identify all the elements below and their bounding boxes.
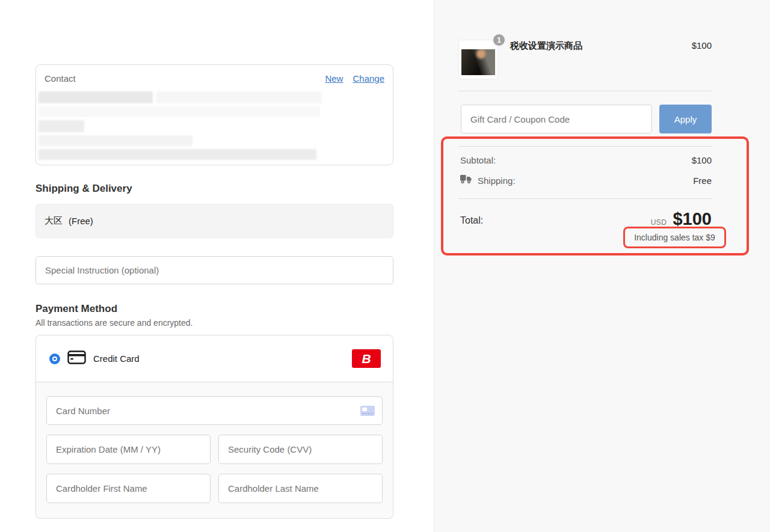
line-item-row: 税收设置演示商品 $100 — [510, 40, 712, 52]
payment-method-heading: Payment Method — [35, 303, 117, 315]
contact-new-link[interactable]: New — [325, 73, 343, 84]
payment-brand-logo: B — [352, 349, 381, 368]
summary-divider-top — [458, 91, 712, 91]
product-image — [461, 49, 495, 75]
total-currency: USD — [651, 218, 667, 227]
subtotal-row: Subtotal: $100 — [460, 155, 712, 165]
shipping-option-selected: 大区 (Free) — [35, 204, 393, 238]
contact-links: New Change — [325, 73, 384, 84]
shipping-label: Shipping: — [478, 176, 516, 186]
contact-label: Contact — [45, 73, 76, 84]
order-summary-panel — [434, 0, 770, 532]
shipping-delivery-heading: Shipping & Delivery — [35, 183, 132, 195]
special-instruction-input[interactable] — [35, 256, 393, 284]
credit-card-option-row: Credit Card B — [36, 335, 393, 382]
contact-change-link[interactable]: Change — [353, 73, 384, 84]
checkout-page: Contact New Change Shipping & Delivery 大… — [0, 0, 770, 532]
truck-icon — [460, 175, 472, 186]
shipping-option-price: (Free) — [69, 216, 93, 226]
card-number-field-icon — [360, 406, 375, 416]
coupon-code-input[interactable] — [461, 105, 652, 133]
apply-coupon-button[interactable]: Apply — [659, 105, 712, 133]
cardholder-first-name-input[interactable] — [46, 474, 211, 503]
credit-card-icon — [67, 350, 86, 367]
shipping-option-name: 大区 — [45, 215, 63, 227]
payment-method-subheading: All transactions are secure and encrypte… — [35, 318, 192, 328]
shipping-value: Free — [693, 176, 712, 186]
redacted-contact-info — [38, 91, 384, 163]
subtotal-label: Subtotal: — [460, 155, 496, 165]
cardholder-last-name-input[interactable] — [218, 474, 383, 503]
subtotal-value: $100 — [692, 155, 712, 165]
product-price: $100 — [692, 40, 712, 52]
total-amount-group: USD $100 — [460, 209, 712, 229]
shipping-row: Shipping: Free — [460, 175, 712, 186]
contact-header: Contact New Change — [45, 73, 384, 84]
product-thumbnail — [458, 40, 498, 79]
expiration-date-input[interactable] — [46, 435, 211, 464]
card-number-input[interactable] — [46, 396, 383, 425]
summary-divider-1 — [458, 146, 712, 147]
credit-card-label: Credit Card — [93, 353, 140, 364]
product-name: 税收设置演示商品 — [510, 40, 582, 52]
security-code-input[interactable] — [218, 435, 383, 464]
contact-card: Contact New Change — [35, 64, 393, 165]
summary-divider-2 — [458, 198, 712, 199]
total-value: $100 — [673, 209, 712, 229]
quantity-badge: 1 — [492, 33, 506, 47]
credit-card-radio[interactable] — [49, 353, 60, 364]
